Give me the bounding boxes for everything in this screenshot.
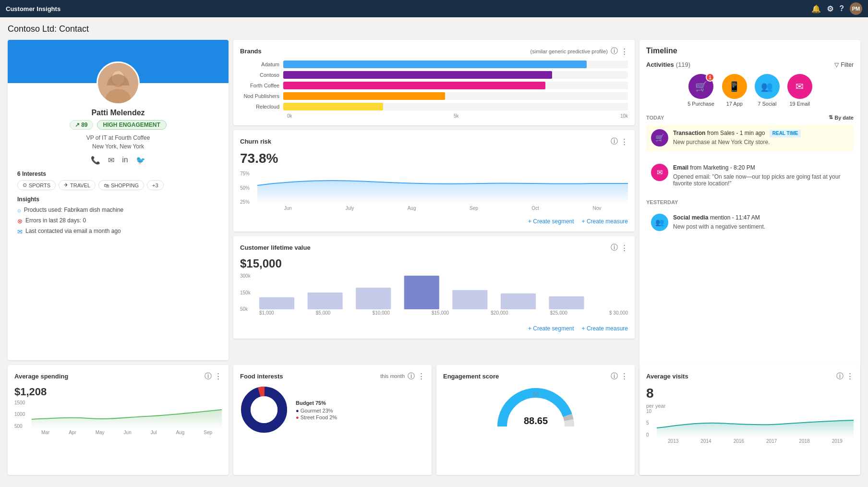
bar-row-contoso: Contoso (240, 71, 628, 79)
churn-line-svg (257, 171, 628, 205)
churn-actions: + Create segment + Create measure (240, 218, 628, 225)
avg-visits-value: 8 (646, 386, 854, 401)
trend-up-icon: ↗ (75, 122, 80, 128)
food-more-icon[interactable]: ⋮ (418, 372, 425, 380)
notification-icon[interactable]: 🔔 (811, 4, 821, 13)
timeline-event-social: 👥 Social media mention - 11:47 AM New po… (646, 209, 854, 236)
linkedin-icon[interactable]: in (122, 156, 128, 165)
avatar (96, 61, 140, 105)
activity-social[interactable]: 👥 7 Social (755, 74, 780, 107)
activities-count: (119) (676, 61, 690, 68)
app-icon-circle: 📱 (722, 74, 747, 99)
social-label: 7 Social (758, 101, 776, 107)
svg-rect-5 (308, 292, 343, 309)
gourmet-label: ● Gourmet 23% (296, 408, 337, 414)
create-segment-btn[interactable]: + Create segment (528, 218, 574, 225)
gauge-wrap: 88.65 0 50 100 (443, 386, 628, 429)
nav-icons: 🔔 ⚙ ? PM (811, 2, 862, 15)
clv-info-icon[interactable]: ⓘ (611, 243, 618, 252)
clv-create-measure-btn[interactable]: + Create measure (582, 325, 628, 332)
email-icon[interactable]: ✉ (108, 156, 114, 165)
donut-svg (240, 386, 288, 434)
interests-title: 6 Interests (17, 170, 219, 177)
churn-info-icon[interactable]: ⓘ (611, 137, 618, 146)
email-icon-circle: ✉ (787, 74, 812, 99)
interest-sports[interactable]: ⊙SPORTS (17, 180, 56, 190)
clv-chart: 300k 150k 50k $1,000$5,000$10 (240, 273, 628, 321)
email-tl-content: Email from Marketing - 8:20 PM Opened em… (673, 164, 849, 187)
brands-header: Brands (similar generic predictive profi… (240, 47, 628, 56)
twitter-icon[interactable]: 🐦 (136, 156, 145, 165)
create-measure-btn[interactable]: + Create measure (582, 218, 628, 225)
profile-contacts: 📞 ✉ in 🐦 (17, 156, 219, 165)
avg-spending-info-icon[interactable]: ⓘ (205, 372, 212, 381)
phone-icon[interactable]: 📞 (91, 156, 100, 165)
clv-create-segment-btn[interactable]: + Create segment (528, 325, 574, 332)
purchase-icon-circle: 🛒 1 (688, 74, 713, 99)
email-tl-desc: Opened email: "On sale now—our top picks… (673, 173, 849, 187)
bottom-row: Average spending ⓘ ⋮ $1,208 1500 1000 50… (8, 365, 635, 475)
clv-value: $15,000 (240, 257, 628, 270)
user-avatar[interactable]: PM (850, 2, 862, 15)
settings-icon[interactable]: ⚙ (827, 4, 833, 13)
activity-email[interactable]: ✉ 19 Email (787, 74, 812, 107)
brands-more-icon[interactable]: ⋮ (621, 47, 628, 56)
clv-title: Customer lifetime value (240, 244, 608, 251)
email-tl-title: Email from Marketing - 8:20 PM (673, 164, 849, 172)
main-grid: Patti Melendez ↗ 89 HIGH ENGAGEMENT VP o… (8, 40, 860, 475)
filter-button[interactable]: ▽ Filter (834, 61, 854, 68)
engagement-header: Engagement score ⓘ ⋮ (443, 372, 628, 381)
avg-visits-title: Average visits (646, 373, 833, 380)
engagement-info-icon[interactable]: ⓘ (611, 372, 618, 381)
interest-shopping[interactable]: 🛍SHOPPING (98, 180, 144, 190)
timeline-title: Timeline (646, 47, 854, 55)
insight-errors: ⊗ Errors in last 28 days: 0 (17, 217, 219, 225)
transaction-icon: 🛒 (651, 129, 668, 146)
app-title: Customer Insights (6, 5, 811, 12)
middle-column: Brands (similar generic predictive profi… (233, 40, 635, 360)
food-interests-title: Food interests (240, 373, 378, 380)
avg-spending-more-icon[interactable]: ⋮ (215, 372, 222, 380)
bar-row-forth-coffee: Forth Coffee (240, 82, 628, 89)
activities-label: Activities (646, 61, 674, 68)
food-info-icon[interactable]: ⓘ (408, 372, 415, 381)
churn-more-icon[interactable]: ⋮ (621, 137, 628, 146)
bar-axis: 0k5k10k (240, 113, 628, 119)
transaction-content: Transaction from Sales - 1 min ago REAL … (673, 129, 849, 146)
svg-point-14 (251, 396, 277, 423)
svg-text:88.65: 88.65 (523, 415, 547, 426)
social-tl-content: Social media mention - 11:47 AM New post… (673, 214, 849, 231)
svg-text:100: 100 (564, 428, 572, 429)
brands-bar-chart: Adatum Contoso Forth Coffee Nod Publishe… (240, 61, 628, 119)
profile-card: Patti Melendez ↗ 89 HIGH ENGAGEMENT VP o… (8, 40, 229, 360)
breadcrumb: Contoso Ltd: Contact (8, 24, 860, 34)
interest-travel[interactable]: ✈TRAVEL (59, 180, 96, 190)
clv-card: Customer lifetime value ⓘ ⋮ $15,000 300k… (233, 236, 635, 339)
help-icon[interactable]: ? (839, 4, 844, 13)
clv-more-icon[interactable]: ⋮ (621, 244, 628, 252)
avg-visits-more-icon[interactable]: ⋮ (846, 372, 854, 380)
avg-spending-title: Average spending (14, 373, 202, 380)
svg-rect-7 (404, 276, 439, 309)
social-tl-desc: New post with a negative sentiment. (673, 223, 849, 230)
sort-by-date-btn[interactable]: ⇅ By date (829, 114, 854, 121)
brands-info-icon[interactable]: ⓘ (611, 47, 618, 56)
insights-title: Insights (17, 196, 219, 203)
activity-purchase[interactable]: 🛒 1 5 Purchase (687, 74, 714, 107)
avg-visits-info-icon[interactable]: ⓘ (836, 372, 844, 381)
churn-title: Churn risk (240, 138, 608, 145)
realtime-badge: REAL TIME (770, 130, 801, 137)
insight-contact: ✉ Last contacted via email a month ago (17, 228, 219, 235)
activity-app[interactable]: 📱 17 App (722, 74, 747, 107)
social-icon-circle: 👥 (755, 74, 780, 99)
brands-subtitle: (similar generic predictive profile) (530, 49, 608, 54)
svg-rect-10 (549, 296, 584, 309)
avg-spending-chart: 1500 1000 500 (14, 400, 222, 438)
engagement-more-icon[interactable]: ⋮ (621, 372, 628, 380)
food-interests-subtitle: this month (380, 373, 405, 379)
bar-row-relecloud: Relecloud (240, 103, 628, 110)
churn-chart: 75% 50% 25% (240, 171, 628, 214)
purchase-badge: 1 (706, 73, 714, 82)
interest-more[interactable]: +3 (147, 180, 164, 190)
food-interests-header: Food interests this month ⓘ ⋮ (240, 372, 425, 381)
